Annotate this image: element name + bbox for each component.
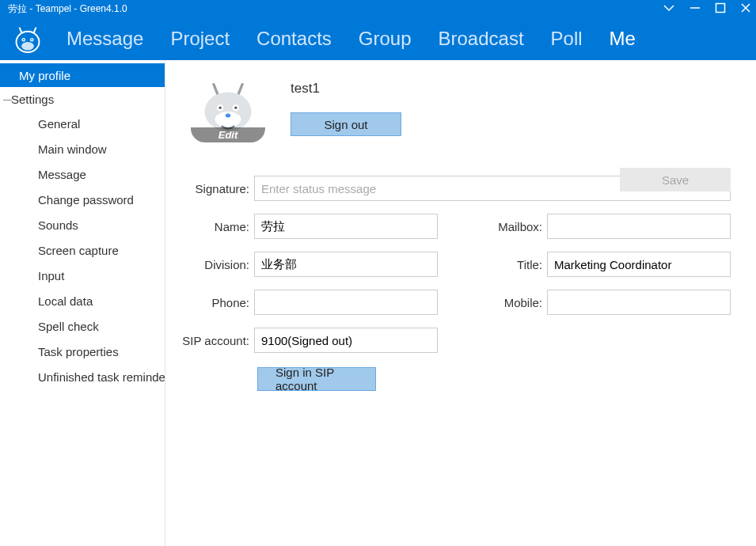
close-icon[interactable]: [740, 2, 751, 16]
sidebar-item-local-data[interactable]: Local data: [0, 288, 165, 313]
nav-tab-me[interactable]: Me: [610, 28, 636, 50]
nav-tab-broadcast[interactable]: Broadcast: [439, 28, 524, 50]
svg-rect-1: [716, 3, 725, 12]
menubar: MessageProjectContactsGroupBroadcastPoll…: [0, 17, 756, 60]
nav-tab-project[interactable]: Project: [170, 28, 230, 50]
sidebar-item-label: Message: [38, 168, 86, 181]
sidebar-item-label: Unfinished task reminder: [38, 370, 165, 384]
svg-point-13: [234, 107, 237, 109]
sidebar-item-settings[interactable]: Settings: [0, 87, 165, 111]
sidebar-item-spell-check[interactable]: Spell check: [0, 313, 165, 339]
sidebar-item-myprofile[interactable]: My profile: [0, 63, 165, 87]
sidebar-item-label: Input: [38, 269, 64, 282]
sidebar-item-label: Spell check: [38, 320, 99, 333]
sidebar-item-task-properties[interactable]: Task properties: [0, 339, 165, 364]
mobile-input[interactable]: [547, 290, 731, 315]
sidebar-item-label: Task properties: [38, 345, 119, 358]
sidebar-item-message[interactable]: Message: [0, 161, 165, 187]
sidebar-item-label: Main window: [38, 142, 107, 156]
window-controls: [663, 2, 751, 16]
sip-label: SIP account:: [178, 334, 254, 347]
nav-tab-contacts[interactable]: Contacts: [256, 28, 332, 50]
content: Edit test1 Sign out Save Signature:: [165, 60, 756, 546]
sidebar: My profile Settings GeneralMain windowMe…: [0, 60, 165, 546]
sidebar-item-label: Screen capture: [38, 244, 119, 257]
name-label: Name:: [178, 220, 254, 233]
sidebar-item-general[interactable]: General: [0, 111, 165, 136]
avatar[interactable]: Edit: [191, 79, 265, 142]
sidebar-item-screen-capture[interactable]: Screen capture: [0, 237, 165, 263]
svg-point-6: [23, 39, 25, 40]
username-display: test1: [291, 81, 401, 97]
mailbox-label: Mailbox:: [488, 220, 547, 233]
sidebar-item-label: Settings: [11, 93, 54, 106]
sidebar-item-label: My profile: [19, 69, 70, 82]
mobile-label: Mobile:: [488, 296, 547, 309]
sidebar-item-unfinished-task-reminder[interactable]: Unfinished task reminder: [0, 364, 165, 389]
phone-input[interactable]: [254, 290, 438, 315]
minimize-icon[interactable]: [690, 2, 701, 16]
sidebar-item-sounds[interactable]: Sounds: [0, 212, 165, 237]
svg-point-7: [31, 39, 32, 40]
signature-label: Signature:: [178, 182, 254, 195]
nav-tab-poll[interactable]: Poll: [551, 28, 583, 50]
sip-input[interactable]: [254, 328, 438, 353]
svg-point-14: [226, 114, 231, 118]
sidebar-item-label: Sounds: [38, 218, 78, 232]
name-input[interactable]: [254, 214, 438, 239]
app-logo-icon: [11, 22, 44, 55]
sidebar-item-label: General: [38, 117, 80, 131]
dropdown-icon[interactable]: [663, 3, 675, 14]
title-input[interactable]: [547, 252, 731, 277]
nav-tab-group[interactable]: Group: [359, 28, 412, 50]
save-button[interactable]: Save: [620, 168, 731, 191]
sidebar-item-change-password[interactable]: Change password: [0, 187, 165, 212]
division-input[interactable]: [254, 252, 438, 277]
sidebar-item-label: Local data: [38, 294, 93, 308]
maximize-icon[interactable]: [715, 2, 726, 16]
titlebar: 劳拉 - Teampel - Green4.1.0: [0, 0, 756, 17]
title-label: Title:: [488, 258, 547, 271]
sidebar-item-label: Change password: [38, 193, 134, 207]
sip-signin-button[interactable]: Sign in SIP account: [257, 367, 376, 391]
svg-point-3: [21, 42, 34, 51]
profile-form: Signature: Name: Mailbox: Division:: [178, 176, 731, 391]
avatar-edit-button[interactable]: Edit: [191, 127, 265, 142]
sidebar-item-main-window[interactable]: Main window: [0, 136, 165, 161]
signout-button[interactable]: Sign out: [291, 112, 401, 136]
division-label: Division:: [178, 258, 254, 271]
mailbox-input[interactable]: [547, 214, 731, 239]
window-title: 劳拉 - Teampel - Green4.1.0: [8, 2, 127, 16]
nav-tab-message[interactable]: Message: [66, 28, 143, 50]
phone-label: Phone:: [178, 296, 254, 309]
svg-point-12: [218, 107, 221, 109]
profile-header: Edit test1 Sign out: [191, 79, 731, 142]
sidebar-item-input[interactable]: Input: [0, 263, 165, 288]
